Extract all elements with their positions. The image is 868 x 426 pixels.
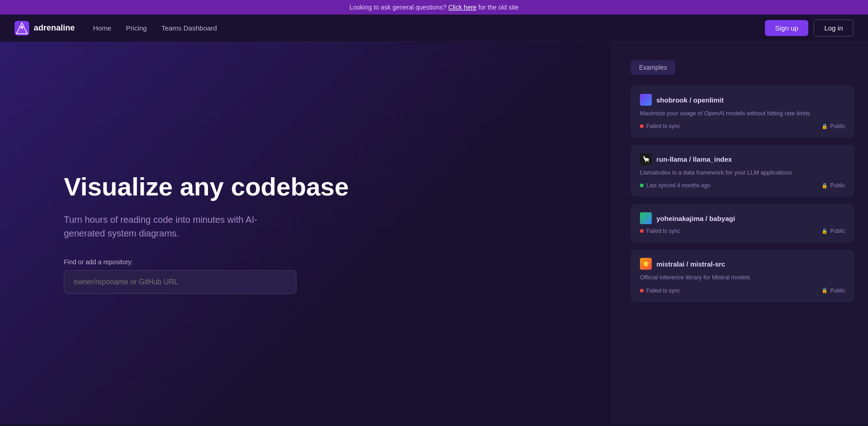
nav-actions: Sign up Log in (765, 20, 853, 36)
repo-avatar-runllama: 🦙 (640, 153, 652, 165)
repo-visibility: 🔒 Public (821, 228, 845, 234)
lock-icon: 🔒 (821, 123, 828, 129)
logo-icon (15, 21, 29, 36)
repo-visibility: 🔒 Public (821, 287, 845, 294)
repo-status: Failed to sync (640, 228, 680, 234)
banner-link[interactable]: Click here (448, 4, 477, 11)
lock-icon: 🔒 (821, 287, 828, 293)
repo-card-header: shobrook / openlimit (640, 94, 845, 106)
visibility-text: Public (830, 123, 845, 129)
visibility-text: Public (830, 228, 845, 234)
status-dot-error (640, 124, 644, 128)
repo-footer: Failed to sync 🔒 Public (640, 228, 845, 234)
repo-avatar-yoheinakajima (640, 212, 652, 224)
lock-icon: 🔒 (821, 228, 828, 234)
status-text: Failed to sync (646, 287, 680, 294)
repo-description: Official inference library for Mistral m… (640, 273, 845, 282)
status-text: Last synced 4 months ago (646, 182, 710, 189)
nav-link-pricing[interactable]: Pricing (126, 24, 147, 32)
login-button[interactable]: Log in (814, 20, 853, 36)
repo-visibility: 🔒 Public (821, 182, 845, 189)
status-dot-success (640, 184, 644, 187)
repo-footer: Failed to sync 🔒 Public (640, 123, 845, 129)
status-text: Failed to sync (646, 123, 680, 129)
repo-card-shobrook-openlimit[interactable]: shobrook / openlimit Maximize your usage… (631, 86, 854, 138)
repo-name: shobrook / openlimit (656, 96, 724, 104)
repo-search-input[interactable] (64, 270, 296, 294)
nav-link-teams-dashboard[interactable]: Teams Dashboard (161, 24, 217, 32)
repo-name: mistralai / mistral-src (656, 260, 725, 268)
hero-title: Visualize any codebase (64, 172, 576, 201)
repo-avatar-mistralai: 🌟 (640, 258, 652, 270)
navbar: adrenaline Home Pricing Teams Dashboard … (0, 15, 868, 42)
logo[interactable]: adrenaline (15, 21, 75, 36)
top-banner: Looking to ask general questions? Click … (0, 0, 868, 15)
examples-section: Examples shobrook / openlimit Maximize y… (613, 42, 868, 424)
repo-card-run-llama-llama-index[interactable]: 🦙 run-llama / llama_index LlamaIndex is … (631, 145, 854, 197)
repo-footer: Last synced 4 months ago 🔒 Public (640, 182, 845, 189)
visibility-text: Public (830, 287, 845, 294)
hero-section: Visualize any codebase Turn hours of rea… (0, 42, 612, 424)
repo-description: LlamaIndex is a data framework for your … (640, 169, 845, 177)
signup-button[interactable]: Sign up (765, 20, 808, 36)
nav-links: Home Pricing Teams Dashboard (93, 24, 765, 32)
status-dot-error (640, 229, 644, 233)
main-content: Visualize any codebase Turn hours of rea… (0, 42, 868, 424)
examples-label: Examples (631, 60, 675, 75)
repo-card-header: 🦙 run-llama / llama_index (640, 153, 845, 165)
status-text: Failed to sync (646, 228, 680, 234)
repo-card-header: 🌟 mistralai / mistral-src (640, 258, 845, 270)
nav-link-home[interactable]: Home (93, 24, 111, 32)
visibility-text: Public (830, 182, 845, 189)
hero-subtitle: Turn hours of reading code into minutes … (64, 213, 274, 240)
svg-point-3 (21, 26, 23, 29)
lock-icon: 🔒 (821, 183, 828, 189)
repo-label: Find or add a repository: (64, 258, 576, 266)
repo-status: Failed to sync (640, 287, 680, 294)
repo-status: Failed to sync (640, 123, 680, 129)
repo-card-yoheinakajima-babyagi[interactable]: yoheinakajima / babyagi Failed to sync 🔒… (631, 204, 854, 242)
repo-card-header: yoheinakajima / babyagi (640, 212, 845, 224)
repo-name: yoheinakajima / babyagi (656, 215, 735, 222)
repo-avatar-shobrook (640, 94, 652, 106)
repo-visibility: 🔒 Public (821, 123, 845, 129)
status-dot-error (640, 289, 644, 293)
banner-text: Looking to ask general questions? (349, 4, 446, 11)
repo-status: Last synced 4 months ago (640, 182, 710, 189)
banner-suffix: for the old site (478, 4, 519, 11)
repo-footer: Failed to sync 🔒 Public (640, 287, 845, 294)
logo-text: adrenaline (34, 23, 75, 33)
repo-card-mistralai-mistral-src[interactable]: 🌟 mistralai / mistral-src Official infer… (631, 250, 854, 302)
repo-description: Maximize your usage of OpenAI models wit… (640, 109, 845, 118)
repo-name: run-llama / llama_index (656, 155, 732, 163)
